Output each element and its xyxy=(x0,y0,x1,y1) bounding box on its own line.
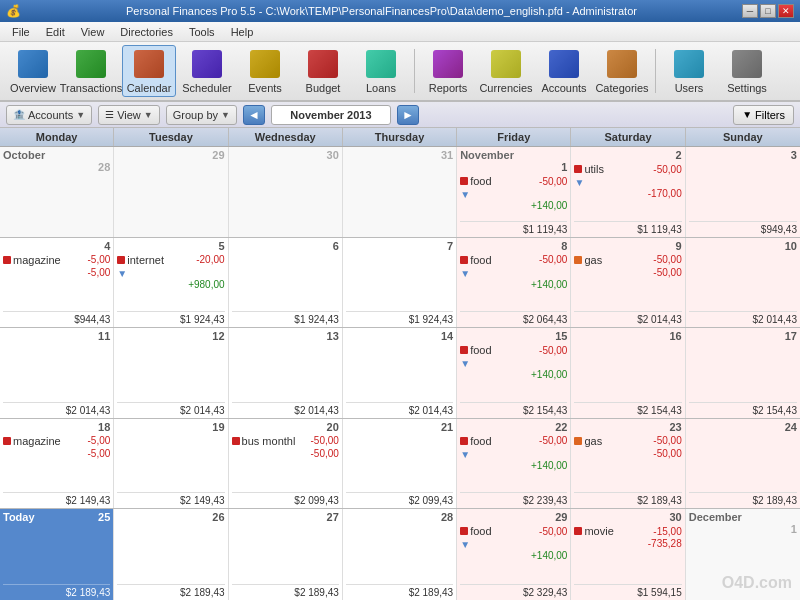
dot-magazine-1 xyxy=(3,256,11,264)
transactions-icon xyxy=(75,48,107,80)
day-nov13[interactable]: 13 $2 014,43 xyxy=(229,328,343,418)
view-dropdown-arrow: ▼ xyxy=(144,110,153,120)
day-nov14[interactable]: 14 $2 014,43 xyxy=(343,328,457,418)
maximize-button[interactable]: □ xyxy=(760,4,776,18)
day-nov29[interactable]: 29 food -50,00 ▼ +140,00 $2 329,43 xyxy=(457,509,571,600)
day-nov3[interactable]: 3 $949,43 xyxy=(686,147,800,237)
accounts-icon xyxy=(548,48,580,80)
day-nov27[interactable]: 27 $2 189,43 xyxy=(229,509,343,600)
expand-8[interactable]: ▼ xyxy=(460,268,567,279)
minimize-button[interactable]: ─ xyxy=(742,4,758,18)
toolbar: Overview Transactions Calendar Scheduler… xyxy=(0,42,800,102)
day-nov22[interactable]: 22 food -50,00 ▼ +140,00 $2 239,43 xyxy=(457,419,571,509)
day-nov23[interactable]: 23 gas -50,00 -50,00 $2 189,43 xyxy=(571,419,685,509)
dot-food-22 xyxy=(460,437,468,445)
expand-2[interactable]: ▼ xyxy=(574,177,681,188)
day-nov21[interactable]: 21 $2 099,43 xyxy=(343,419,457,509)
menu-tools[interactable]: Tools xyxy=(181,24,223,40)
day-nov30[interactable]: 30 movie -15,00 -735,28 $1 594,15 xyxy=(571,509,685,600)
header-saturday: Saturday xyxy=(571,128,685,146)
currencies-button[interactable]: Currencies xyxy=(479,45,533,97)
filters-button[interactable]: ▼ Filters xyxy=(733,105,794,125)
expand-15[interactable]: ▼ xyxy=(460,358,567,369)
menu-view[interactable]: View xyxy=(73,24,113,40)
overview-button[interactable]: Overview xyxy=(6,45,60,97)
calendar-icon xyxy=(133,48,165,80)
menu-directories[interactable]: Directories xyxy=(112,24,181,40)
reports-button[interactable]: Reports xyxy=(421,45,475,97)
prev-month-button[interactable]: ◄ xyxy=(243,105,265,125)
transactions-button[interactable]: Transactions xyxy=(64,45,118,97)
day-nov4[interactable]: 4 magazine -5,00 -5,00 $944,43 xyxy=(0,238,114,328)
expand-29[interactable]: ▼ xyxy=(460,539,567,550)
day-nov5[interactable]: 5 internet -20,00 ▼ +980,00 $1 924,43 xyxy=(114,238,228,328)
day-oct31[interactable]: 31 xyxy=(343,147,457,237)
scheduler-button[interactable]: Scheduler xyxy=(180,45,234,97)
day-nov2[interactable]: 2 utils -50,00 ▼ -170,00 $1 119,43 xyxy=(571,147,685,237)
loans-button[interactable]: Loans xyxy=(354,45,408,97)
day-nov24[interactable]: 24 $2 189,43 xyxy=(686,419,800,509)
accounts-dropdown[interactable]: 🏦 Accounts ▼ xyxy=(6,105,92,125)
next-month-button[interactable]: ► xyxy=(397,105,419,125)
accounts-button[interactable]: Accounts xyxy=(537,45,591,97)
dot-movie-30 xyxy=(574,527,582,535)
menu-edit[interactable]: Edit xyxy=(38,24,73,40)
day-nov10[interactable]: 10 $2 014,43 xyxy=(686,238,800,328)
titlebar-icon: 💰 xyxy=(6,4,21,18)
expand-5[interactable]: ▼ xyxy=(117,268,224,279)
day-oct28[interactable]: October 28 xyxy=(0,147,114,237)
calendar-container: Monday Tuesday Wednesday Thursday Friday… xyxy=(0,128,800,600)
week-1: October 28 29 30 31 November 1 f xyxy=(0,147,800,238)
day-nov26[interactable]: 26 $2 189,43 xyxy=(114,509,228,600)
loans-icon xyxy=(365,48,397,80)
expand-1[interactable]: ▼ xyxy=(460,189,567,200)
categories-icon xyxy=(606,48,638,80)
day-nov16[interactable]: 16 $2 154,43 xyxy=(571,328,685,418)
menubar: File Edit View Directories Tools Help xyxy=(0,22,800,42)
day-nov18[interactable]: 18 magazine -5,00 -5,00 $2 149,43 xyxy=(0,419,114,509)
week-2: 4 magazine -5,00 -5,00 $944,43 5 interne… xyxy=(0,238,800,329)
controlbar: 🏦 Accounts ▼ ☰ View ▼ Group by ▼ ◄ Novem… xyxy=(0,102,800,128)
expand-22[interactable]: ▼ xyxy=(460,449,567,460)
day-nov28[interactable]: 28 $2 189,43 xyxy=(343,509,457,600)
view-dropdown[interactable]: ☰ View ▼ xyxy=(98,105,160,125)
budget-button[interactable]: Budget xyxy=(296,45,350,97)
events-button[interactable]: Events xyxy=(238,45,292,97)
menu-file[interactable]: File xyxy=(4,24,38,40)
day-oct29[interactable]: 29 xyxy=(114,147,228,237)
calendar-body: October 28 29 30 31 November 1 f xyxy=(0,147,800,600)
day-nov25-today[interactable]: Today 25 $2 189,43 xyxy=(0,509,114,600)
close-button[interactable]: ✕ xyxy=(778,4,794,18)
header-tuesday: Tuesday xyxy=(114,128,228,146)
categories-button[interactable]: Categories xyxy=(595,45,649,97)
day-nov20[interactable]: 20 bus monthl -50,00 -50,00 $2 099,43 xyxy=(229,419,343,509)
day-nov1[interactable]: November 1 food -50,00 ▼ +140,00 $1 119,… xyxy=(457,147,571,237)
day-nov8[interactable]: 8 food -50,00 ▼ +140,00 $2 064,43 xyxy=(457,238,571,328)
menu-help[interactable]: Help xyxy=(223,24,262,40)
titlebar-controls: ─ □ ✕ xyxy=(742,4,794,18)
entry-food-29: food -50,00 xyxy=(460,525,567,537)
users-button[interactable]: Users xyxy=(662,45,716,97)
header-wednesday: Wednesday xyxy=(229,128,343,146)
titlebar-title: Personal Finances Pro 5.5 - C:\Work\TEMP… xyxy=(126,5,637,17)
week-4: 18 magazine -5,00 -5,00 $2 149,43 19 $2 … xyxy=(0,419,800,510)
week-3: 11 $2 014,43 12 $2 014,43 13 $2 014,43 1… xyxy=(0,328,800,419)
dot-gas-9 xyxy=(574,256,582,264)
budget-icon xyxy=(307,48,339,80)
group-by-dropdown[interactable]: Group by ▼ xyxy=(166,105,237,125)
entry-bus-20: bus monthl -50,00 xyxy=(232,435,339,447)
day-nov11[interactable]: 11 $2 014,43 xyxy=(0,328,114,418)
day-nov15[interactable]: 15 food -50,00 ▼ +140,00 $2 154,43 xyxy=(457,328,571,418)
day-nov19[interactable]: 19 $2 149,43 xyxy=(114,419,228,509)
day-oct30[interactable]: 30 xyxy=(229,147,343,237)
day-nov12[interactable]: 12 $2 014,43 xyxy=(114,328,228,418)
day-nov6[interactable]: 6 $1 924,43 xyxy=(229,238,343,328)
day-nov17[interactable]: 17 $2 154,43 xyxy=(686,328,800,418)
toolbar-separator-1 xyxy=(414,49,415,93)
settings-icon xyxy=(731,48,763,80)
calendar-button[interactable]: Calendar xyxy=(122,45,176,97)
entry-food-8: food -50,00 xyxy=(460,254,567,266)
day-nov9[interactable]: 9 gas -50,00 -50,00 $2 014,43 xyxy=(571,238,685,328)
day-nov7[interactable]: 7 $1 924,43 xyxy=(343,238,457,328)
settings-button[interactable]: Settings xyxy=(720,45,774,97)
